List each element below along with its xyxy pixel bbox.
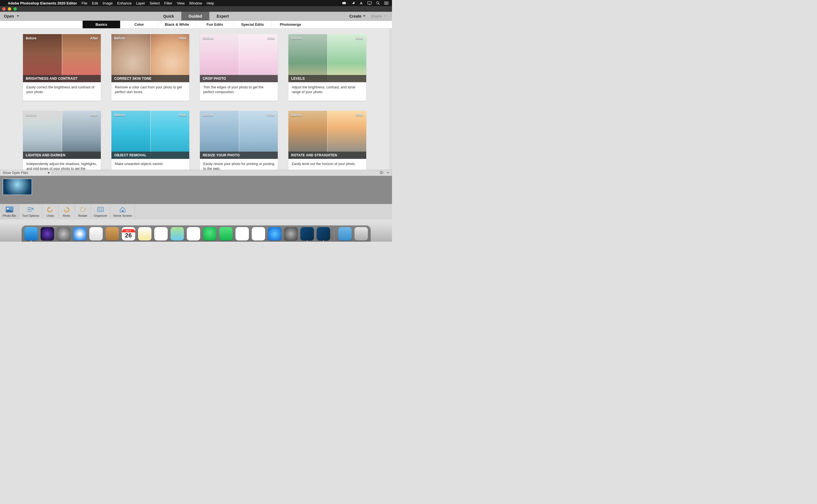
dock-appstore-icon[interactable] — [268, 227, 281, 241]
dock-downloads-icon[interactable] — [338, 227, 352, 241]
dock-safari-icon[interactable] — [73, 227, 86, 241]
guided-edit-card[interactable]: Before After LIGHTEN AND DARKEN Independ… — [23, 111, 101, 170]
share-menu-button[interactable]: Share — [369, 14, 388, 18]
dock-photos-icon[interactable] — [187, 227, 200, 241]
after-label: After — [178, 36, 186, 40]
display-icon[interactable] — [367, 1, 372, 5]
window-close-button[interactable] — [2, 7, 6, 11]
card-preview: Before After BRIGHTNESS AND CONTRAST — [23, 34, 101, 82]
window-minimize-button[interactable] — [8, 7, 11, 11]
dock-news-icon[interactable] — [236, 227, 249, 241]
guided-edit-card[interactable]: Before After CORRECT SKIN TONE Remove a … — [111, 34, 189, 101]
list-options-icon[interactable] — [380, 171, 384, 175]
control-center-icon[interactable] — [384, 1, 389, 5]
card-description: Easily level out the horizon of your pho… — [288, 159, 366, 170]
menu-enhance[interactable]: Enhance — [117, 1, 131, 5]
category-tab-special-edits[interactable]: Special Edits — [234, 21, 272, 28]
guided-edit-card[interactable]: Before After ROTATE AND STRAIGHTEN Easil… — [288, 111, 366, 170]
card-preview: Before After OBJECT REMOVAL — [111, 111, 189, 159]
svg-line-3 — [379, 4, 380, 5]
mode-tab-guided[interactable]: Guided — [181, 12, 210, 20]
undo-icon — [46, 206, 54, 213]
dock-finder-icon[interactable] — [24, 227, 38, 241]
guided-edit-card[interactable]: Before After BRIGHTNESS AND CONTRAST Eas… — [23, 34, 101, 101]
dock-music-icon[interactable] — [252, 227, 265, 241]
card-description: Easily correct the brightness and contra… — [23, 82, 101, 98]
dock-messages-icon[interactable] — [203, 227, 217, 241]
dock-pse-organizer-icon[interactable] — [301, 227, 314, 241]
chevron-down-icon — [363, 15, 365, 17]
guided-edit-card[interactable]: Before After LEVELS Adjust the brightnes… — [288, 34, 366, 101]
menu-filter[interactable]: Filter — [164, 1, 172, 5]
create-menu-button[interactable]: Create — [347, 14, 368, 18]
menu-window[interactable]: Window — [189, 1, 202, 5]
menu-layer[interactable]: Layer — [136, 1, 145, 5]
svg-rect-18 — [97, 207, 104, 212]
card-description: Easily resize your photo for printing or… — [200, 159, 278, 170]
dock-contacts-icon[interactable] — [105, 227, 119, 241]
menubar-app-name[interactable]: Adobe Photoshop Elements 2020 Editor — [8, 1, 77, 5]
dock-maps-icon[interactable] — [170, 227, 184, 241]
tool-options-button[interactable]: Tool Options — [19, 204, 42, 219]
menu-view[interactable]: View — [177, 1, 184, 5]
panel-menu-chevron-icon[interactable] — [387, 171, 389, 175]
photo-bin-filter-dropdown[interactable]: Show Open Files — [0, 170, 52, 176]
redo-button[interactable]: Redo — [58, 204, 75, 219]
dock-system-preferences-icon[interactable] — [284, 227, 298, 241]
guided-edit-card[interactable]: Before After CROP PHOTO Trim the edges o… — [200, 34, 278, 101]
open-menu-button[interactable]: Open — [0, 12, 23, 20]
dock-launchpad-icon[interactable] — [57, 227, 70, 241]
card-title: LIGHTEN AND DARKEN — [23, 152, 101, 159]
create-label: Create — [349, 14, 362, 18]
undo-button[interactable]: Undo — [42, 204, 58, 219]
photo-bin — [0, 176, 392, 204]
dock-siri-icon[interactable] — [41, 227, 54, 241]
svg-point-8 — [387, 3, 388, 4]
menu-file[interactable]: File — [81, 1, 87, 5]
menu-help[interactable]: Help — [207, 1, 214, 5]
category-tab-photomerge[interactable]: Photomerge — [272, 21, 309, 28]
menu-select[interactable]: Select — [149, 1, 159, 5]
guided-content-area[interactable]: Before After BRIGHTNESS AND CONTRAST Eas… — [0, 29, 392, 170]
after-label: After — [356, 113, 363, 117]
category-tab-basics[interactable]: Basics — [83, 21, 120, 28]
card-preview: Before After CORRECT SKIN TONE — [111, 34, 189, 82]
home-screen-button[interactable]: Home Screen — [110, 204, 135, 219]
category-tab-black-white[interactable]: Black & White — [158, 21, 196, 28]
svg-point-9 — [386, 4, 386, 5]
dock-notes-icon[interactable] — [138, 227, 151, 241]
photo-bin-thumbnail[interactable] — [3, 179, 32, 195]
organizer-button[interactable]: Organizer — [91, 204, 110, 219]
chevron-down-icon — [17, 15, 19, 17]
photo-bin-button[interactable]: Photo Bin — [0, 204, 19, 219]
card-title: CORRECT SKIN TONE — [111, 75, 189, 82]
dock-trash-icon[interactable] — [355, 227, 368, 241]
menu-image[interactable]: Image — [102, 1, 112, 5]
card-title: CROP PHOTO — [200, 75, 278, 82]
category-tab-fun-edits[interactable]: Fun Edits — [196, 21, 234, 28]
guided-edit-card[interactable]: Before After RESIZE YOUR PHOTO Easily re… — [200, 111, 278, 170]
dock-facetime-icon[interactable] — [219, 227, 233, 241]
window-zoom-button[interactable] — [13, 7, 17, 11]
mode-tab-quick[interactable]: Quick — [156, 12, 181, 20]
rotate-button[interactable]: Rotate — [75, 204, 91, 219]
category-tab-color[interactable]: Color — [120, 21, 158, 28]
rotate-icon — [79, 206, 86, 213]
spotlight-search-icon[interactable] — [376, 1, 380, 5]
dock-separator — [334, 229, 334, 241]
notifications-icon[interactable] — [351, 1, 355, 5]
mode-tab-expert[interactable]: Expert — [210, 12, 236, 20]
mode-tabs: Quick Guided Expert — [156, 12, 236, 20]
guided-edit-card[interactable]: Before After OBJECT REMOVAL Make unwante… — [111, 111, 189, 170]
menu-edit[interactable]: Edit — [92, 1, 98, 5]
dock-mail-icon[interactable] — [89, 227, 103, 241]
creative-cloud-icon[interactable] — [342, 1, 347, 5]
dock-calendar-icon[interactable]: OCT 26 — [122, 227, 135, 241]
input-menu-icon[interactable] — [359, 1, 363, 5]
card-description: Trim the edges of your photo to get the … — [200, 82, 278, 98]
dock-pse-editor-icon[interactable] — [317, 227, 330, 241]
dock-reminders-icon[interactable] — [154, 227, 168, 241]
before-label: Before — [291, 113, 302, 117]
before-label: Before — [291, 36, 302, 40]
photo-bin-header: Show Open Files — [0, 170, 392, 176]
